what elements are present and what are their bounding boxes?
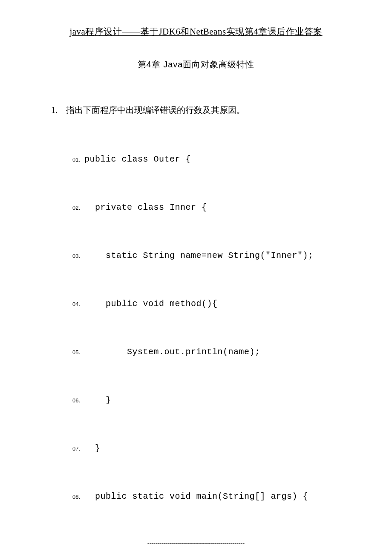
code-line: 07. }: [51, 443, 341, 453]
line-number: 05.: [72, 349, 84, 356]
code-text: public class Outer {: [84, 154, 191, 164]
line-number: 07.: [72, 445, 84, 452]
line-number: 02.: [72, 205, 84, 211]
code-text: public static void main(String[] args) {: [84, 491, 308, 501]
code-line: 08. public static void main(String[] arg…: [51, 491, 341, 501]
code-text: private class Inner {: [84, 202, 207, 212]
code-text: static String name=new String("Inner");: [84, 251, 314, 260]
line-number: 04.: [72, 301, 84, 307]
code-line: 01. public class Outer {: [51, 154, 341, 164]
footer-dashes: ----------------------------------------…: [51, 540, 341, 546]
question-number: 1.: [51, 105, 64, 115]
question-text: 指出下面程序中出现编译错误的行数及其原因。: [66, 105, 245, 115]
question-line: 1. 指出下面程序中出现编译错误的行数及其原因。: [51, 104, 341, 116]
code-line: 05. System.out.println(name);: [51, 347, 341, 357]
line-number: 01.: [72, 156, 84, 163]
code-line: 06. }: [51, 395, 341, 405]
line-number: 08.: [72, 494, 84, 500]
page: java程序设计——基于JDK6和NetBeans实现第4章课后作业答案 第4章…: [0, 0, 392, 555]
code-text: System.out.println(name);: [84, 347, 260, 357]
code-text: public void method(){: [84, 299, 218, 309]
code-text: }: [84, 395, 111, 405]
code-line: 03. static String name=new String("Inner…: [51, 251, 341, 260]
line-number: 03.: [72, 253, 84, 259]
code-line: 04. public void method(){: [51, 299, 341, 309]
header-title: java程序设计——基于JDK6和NetBeans实现第4章课后作业答案: [51, 26, 341, 38]
code-line: 02. private class Inner {: [51, 202, 341, 212]
code-text: }: [84, 443, 101, 453]
chapter-title: 第4章 Java面向对象高级特性: [51, 59, 341, 70]
line-number: 06.: [72, 397, 84, 404]
